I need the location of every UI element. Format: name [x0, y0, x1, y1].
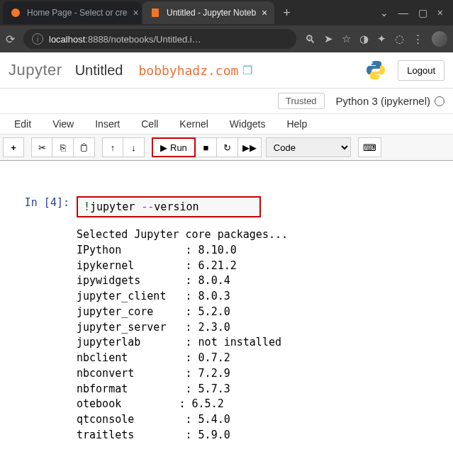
close-window-icon[interactable]: ×	[437, 7, 443, 18]
menu-insert[interactable]: Insert	[95, 118, 120, 130]
python-logo-icon	[364, 58, 388, 82]
window-controls: ⌄ — ▢ ×	[380, 7, 450, 18]
svg-point-2	[371, 62, 373, 64]
svg-point-3	[379, 76, 380, 78]
bookmark-icon[interactable]: ☆	[342, 33, 351, 45]
close-icon[interactable]: ×	[133, 7, 138, 18]
restart-button[interactable]: ↻	[217, 137, 238, 157]
url-text: localhost:8888/notebooks/Untitled.i…	[49, 34, 201, 45]
play-icon: ▶	[160, 142, 167, 153]
jupyter-favicon	[10, 7, 21, 18]
url-field[interactable]: i localhost:8888/notebooks/Untitled.i…	[23, 29, 296, 49]
address-bar: ⟳ i localhost:8888/notebooks/Untitled.i……	[0, 26, 453, 52]
code-cell[interactable]: In [4]: !jupyter --version	[6, 196, 447, 217]
extensions-icon[interactable]: ✦	[377, 33, 386, 45]
menu-edit[interactable]: Edit	[14, 118, 31, 130]
new-tab-button[interactable]: +	[276, 6, 298, 21]
maximize-icon[interactable]: ▢	[418, 7, 427, 18]
copy-button[interactable]: ⎘	[52, 137, 74, 157]
run-button[interactable]: ▶ Run	[152, 137, 196, 157]
toolbar: + ✂ ⎘ 📋︎ ↑ ↓ ▶ Run ■ ↻ ▶▶ Code ⌨	[0, 135, 453, 161]
branding-text: bobbyhadz.com	[138, 63, 238, 78]
site-info-icon[interactable]: i	[32, 33, 43, 45]
menubar: Edit View Insert Cell Kernel Widgets Hel…	[0, 114, 453, 135]
output-text: Selected Jupyter core packages... IPytho…	[77, 227, 288, 443]
search-icon[interactable]: 🔍︎	[305, 33, 315, 45]
cube-icon: ❒	[242, 64, 252, 77]
kernel-indicator[interactable]: Python 3 (ipykernel)	[336, 95, 444, 107]
notebook-favicon	[150, 7, 161, 18]
loading-icon[interactable]: ◌	[395, 33, 404, 45]
run-all-button[interactable]: ▶▶	[238, 137, 262, 157]
menu-kernel[interactable]: Kernel	[179, 118, 208, 130]
code-input[interactable]: !jupyter --version	[77, 196, 261, 217]
stop-button[interactable]: ■	[196, 137, 217, 157]
tab-strip: Home Page - Select or cre × Untitled - J…	[0, 0, 453, 26]
tab-title: Untitled - Jupyter Noteb	[167, 8, 256, 18]
chevron-down-icon[interactable]: ⌄	[380, 7, 388, 18]
share-icon[interactable]: ➤	[324, 33, 333, 45]
input-prompt: In [4]:	[6, 196, 77, 217]
svg-point-0	[11, 8, 20, 17]
menu-cell[interactable]: Cell	[141, 118, 158, 130]
cut-button[interactable]: ✂	[31, 137, 52, 157]
notebook-area: In [4]: !jupyter --version Selected Jupy…	[0, 161, 453, 443]
menu-view[interactable]: View	[52, 118, 74, 130]
trusted-badge[interactable]: Trusted	[278, 93, 325, 109]
notebook-header: Jupyter Untitled bobbyhadz.com ❒ Logout	[0, 52, 453, 89]
menu-help[interactable]: Help	[286, 118, 307, 130]
reload-icon[interactable]: ⟳	[6, 33, 15, 46]
move-up-button[interactable]: ↑	[102, 137, 123, 157]
move-down-button[interactable]: ↓	[123, 137, 145, 157]
browser-tab-home[interactable]: Home Page - Select or cre ×	[3, 1, 141, 24]
close-icon[interactable]: ×	[262, 7, 267, 18]
minimize-icon[interactable]: —	[398, 7, 408, 18]
cell-output: Selected Jupyter core packages... IPytho…	[6, 227, 447, 443]
browser-actions: 🔍︎ ➤ ☆ ◑ ✦ ◌ ⋮	[305, 31, 447, 47]
jupyter-logo[interactable]: Jupyter	[9, 61, 62, 79]
paste-button[interactable]: 📋︎	[74, 137, 95, 157]
shield-icon[interactable]: ◑	[359, 33, 369, 45]
kernel-status-icon	[435, 96, 444, 106]
command-palette-button[interactable]: ⌨	[358, 137, 381, 157]
run-label: Run	[170, 142, 187, 153]
avatar[interactable]	[432, 31, 447, 47]
add-cell-button[interactable]: +	[3, 137, 24, 157]
menu-widgets[interactable]: Widgets	[230, 118, 266, 130]
logout-button[interactable]: Logout	[398, 60, 444, 81]
svg-rect-1	[152, 8, 159, 17]
notebook-name[interactable]: Untitled	[75, 62, 123, 79]
celltype-select[interactable]: Code	[266, 137, 351, 157]
kernel-name: Python 3 (ipykernel)	[336, 95, 430, 107]
browser-chrome: Home Page - Select or cre × Untitled - J…	[0, 0, 453, 52]
notebook-subheader: Trusted Python 3 (ipykernel)	[0, 89, 453, 114]
menu-icon[interactable]: ⋮	[413, 33, 423, 45]
tab-title: Home Page - Select or cre	[27, 8, 127, 18]
browser-tab-notebook[interactable]: Untitled - Jupyter Noteb ×	[142, 1, 274, 24]
